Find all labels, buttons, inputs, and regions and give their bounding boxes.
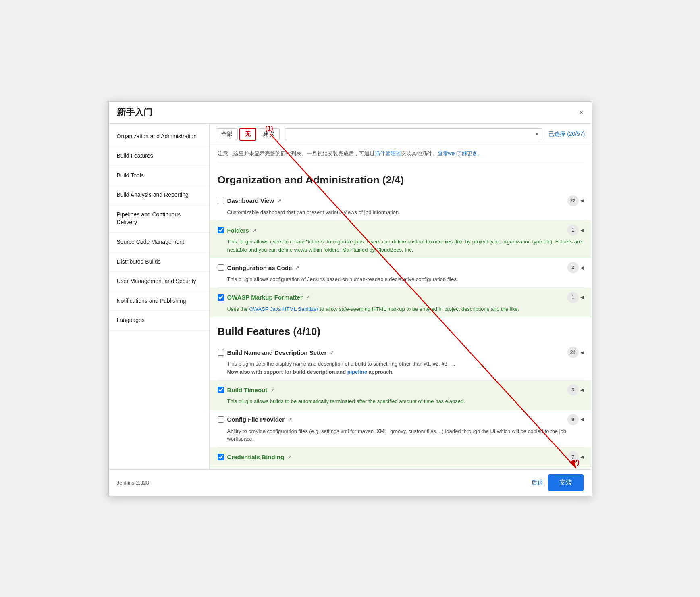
sidebar-item-build-analysis[interactable]: Build Analysis and Reporting bbox=[109, 185, 209, 205]
plugin-item-config-file-provider: Config File Provider ↗ 9 ◀ Ability to pr… bbox=[218, 410, 584, 447]
filter-none-button[interactable]: 无 bbox=[239, 128, 256, 141]
deps-count-config-as-code: 3 bbox=[567, 262, 579, 273]
filter-all-button[interactable]: 全部 bbox=[216, 128, 238, 140]
deps-arrow-build-name-setter: ◀ bbox=[580, 350, 584, 355]
deps-arrow-dashboard-view: ◀ bbox=[580, 198, 584, 203]
plugin-desc-build-name-setter: This plug-in sets the display name and d… bbox=[227, 360, 584, 376]
plugin-checkbox-config-as-code[interactable] bbox=[218, 264, 224, 271]
sidebar-item-distributed[interactable]: Distributed Builds bbox=[109, 252, 209, 272]
plugin-list: 注意，这里并未显示完整的插件列表。一旦初始安装完成后，可通过插件管理器安装其他插… bbox=[210, 145, 592, 469]
main-layout: Organization and Administration Build Fe… bbox=[109, 124, 592, 469]
sidebar-item-user-mgmt[interactable]: User Management and Security bbox=[109, 272, 209, 291]
plugin-link-config-as-code[interactable]: ↗ bbox=[295, 265, 299, 271]
plugin-link-config-file-provider[interactable]: ↗ bbox=[288, 416, 292, 422]
plugin-header-config-file-provider: Config File Provider ↗ 9 ◀ bbox=[218, 414, 584, 425]
plugin-name-folders: Folders bbox=[227, 227, 249, 234]
plugin-deps-config-file-provider: 9 ◀ bbox=[567, 414, 584, 425]
pipeline-link[interactable]: pipeline bbox=[347, 369, 367, 375]
plugin-desc-owasp-formatter: Uses the OWASP Java HTML Sanitizer to al… bbox=[227, 305, 584, 313]
plugin-link-build-name-setter[interactable]: ↗ bbox=[330, 349, 334, 356]
deps-count-build-timeout: 3 bbox=[567, 384, 579, 395]
plugin-header-folders: Folders ↗ 1 ◀ bbox=[218, 225, 584, 236]
plugin-header-left-config-file-provider: Config File Provider ↗ bbox=[218, 416, 293, 423]
plugin-name-build-timeout: Build Timeout bbox=[227, 387, 268, 393]
plugin-name-dashboard-view: Dashboard View bbox=[227, 197, 274, 204]
deps-arrow-build-timeout: ◀ bbox=[580, 387, 584, 393]
plugin-header-credentials-binding: Credentials Binding ↗ 7 ◀ bbox=[218, 451, 584, 463]
plugin-desc-config-as-code: This plugin allows configuration of Jenk… bbox=[227, 275, 584, 283]
deps-count-credentials-binding: 7 bbox=[567, 451, 579, 463]
plugin-header-build-name-setter: Build Name and Description Setter ↗ 24 ◀ bbox=[218, 347, 584, 358]
plugin-checkbox-build-timeout[interactable] bbox=[218, 387, 224, 393]
plugin-deps-folders: 1 ◀ bbox=[567, 225, 584, 236]
plugin-header-left-build-name-setter: Build Name and Description Setter ↗ bbox=[218, 349, 334, 356]
content-area: 全部 无 建议 × 已选择 (20/57) 注意，这里并未显示完整的插件列表。一… bbox=[210, 124, 592, 469]
window-title: 新手入门 bbox=[117, 106, 152, 119]
back-button[interactable]: 后退 bbox=[531, 479, 543, 487]
sidebar-item-notifications[interactable]: Notifications and Publishing bbox=[109, 291, 209, 311]
plugin-header-left-owasp-formatter: OWASP Markup Formatter ↗ bbox=[218, 294, 310, 301]
plugin-header-build-timeout: Build Timeout ↗ 3 ◀ bbox=[218, 384, 584, 395]
notice-link2[interactable]: 查看wiki了解更多。 bbox=[438, 150, 483, 156]
plugin-header-left-build-timeout: Build Timeout ↗ bbox=[218, 387, 275, 393]
plugin-desc-folders: This plugin allows users to create "fold… bbox=[227, 238, 584, 254]
search-input[interactable] bbox=[285, 128, 542, 140]
sidebar-item-source-code[interactable]: Source Code Management bbox=[109, 233, 209, 252]
footer: Jenkins 2.328 后退 安装 bbox=[109, 469, 592, 496]
selected-count: 已选择 (20/57) bbox=[548, 131, 585, 138]
plugin-deps-build-name-setter: 24 ◀ bbox=[567, 347, 584, 358]
section-title-org-admin: Organization and Administration (2/4) bbox=[218, 166, 584, 191]
plugin-item-credentials-binding: Credentials Binding ↗ 7 ◀ bbox=[210, 447, 592, 467]
plugin-link-owasp-formatter[interactable]: ↗ bbox=[306, 294, 310, 300]
plugin-desc-dashboard-view: Customizable dashboard that can present … bbox=[227, 208, 584, 216]
deps-arrow-folders: ◀ bbox=[580, 228, 584, 233]
owasp-sanitizer-link[interactable]: OWASP Java HTML Sanitizer bbox=[249, 306, 318, 312]
filter-suggest-button[interactable]: 建议 bbox=[258, 128, 280, 140]
plugin-checkbox-build-name-setter[interactable] bbox=[218, 349, 224, 356]
plugin-link-build-timeout[interactable]: ↗ bbox=[270, 387, 275, 393]
plugin-desc-config-file-provider: Ability to provide configuration files (… bbox=[227, 427, 584, 443]
plugin-desc-build-timeout: This plugin allows builds to be automati… bbox=[227, 397, 584, 406]
plugin-item-folders: Folders ↗ 1 ◀ This plugin allows users t… bbox=[210, 220, 592, 258]
pipeline-note: Now also with support for build descript… bbox=[227, 369, 394, 375]
plugin-item-owasp-formatter: OWASP Markup Formatter ↗ 1 ◀ Uses the OW… bbox=[210, 288, 592, 318]
title-bar: 新手入门 × bbox=[109, 102, 592, 124]
deps-arrow-credentials-binding: ◀ bbox=[580, 454, 584, 460]
filter-bar: 全部 无 建议 × 已选择 (20/57) bbox=[210, 124, 592, 145]
deps-count-build-name-setter: 24 bbox=[567, 347, 579, 358]
search-container: × bbox=[285, 128, 542, 140]
plugin-checkbox-owasp-formatter[interactable] bbox=[218, 294, 224, 301]
deps-arrow-config-file-provider: ◀ bbox=[580, 417, 584, 422]
deps-count-owasp-formatter: 1 bbox=[567, 292, 579, 303]
notice-link1[interactable]: 插件管理器 bbox=[375, 150, 401, 156]
plugin-checkbox-config-file-provider[interactable] bbox=[218, 416, 224, 423]
install-button[interactable]: 安装 bbox=[548, 474, 584, 491]
sidebar-item-build-tools[interactable]: Build Tools bbox=[109, 166, 209, 186]
plugin-link-credentials-binding[interactable]: ↗ bbox=[287, 454, 292, 460]
plugin-item-build-timeout: Build Timeout ↗ 3 ◀ This plugin allows b… bbox=[210, 380, 592, 410]
plugin-deps-dashboard-view: 22 ◀ bbox=[567, 195, 584, 206]
close-button[interactable]: × bbox=[579, 109, 584, 116]
plugin-deps-config-as-code: 3 ◀ bbox=[567, 262, 584, 273]
search-clear-icon[interactable]: × bbox=[535, 131, 539, 138]
plugin-item-config-as-code: Configuration as Code ↗ 3 ◀ This plugin … bbox=[218, 258, 584, 288]
jenkins-version: Jenkins 2.328 bbox=[117, 480, 149, 486]
sidebar-item-org-admin[interactable]: Organization and Administration bbox=[109, 127, 209, 147]
plugin-item-dashboard-view: Dashboard View ↗ 22 ◀ Customizable dashb… bbox=[218, 191, 584, 221]
plugin-link-dashboard-view[interactable]: ↗ bbox=[277, 198, 282, 204]
deps-arrow-config-as-code: ◀ bbox=[580, 265, 584, 270]
plugin-name-owasp-formatter: OWASP Markup Formatter bbox=[227, 294, 303, 301]
plugin-header-left-config-as-code: Configuration as Code ↗ bbox=[218, 264, 300, 271]
footer-actions: 后退 安装 bbox=[531, 474, 584, 491]
sidebar-item-languages[interactable]: Languages bbox=[109, 311, 209, 331]
plugin-checkbox-folders[interactable] bbox=[218, 227, 224, 233]
plugin-header-owasp-formatter: OWASP Markup Formatter ↗ 1 ◀ bbox=[218, 292, 584, 303]
plugin-checkbox-dashboard-view[interactable] bbox=[218, 198, 224, 204]
sidebar-item-build-features[interactable]: Build Features bbox=[109, 146, 209, 166]
deps-count-dashboard-view: 22 bbox=[567, 195, 579, 206]
main-window: 新手入门 × Organization and Administration B… bbox=[108, 101, 592, 496]
plugin-name-credentials-binding: Credentials Binding bbox=[227, 453, 285, 460]
plugin-link-folders[interactable]: ↗ bbox=[252, 227, 257, 233]
plugin-checkbox-credentials-binding[interactable] bbox=[218, 454, 224, 460]
sidebar-item-pipelines[interactable]: Pipelines and Continuous Delivery bbox=[109, 205, 209, 233]
